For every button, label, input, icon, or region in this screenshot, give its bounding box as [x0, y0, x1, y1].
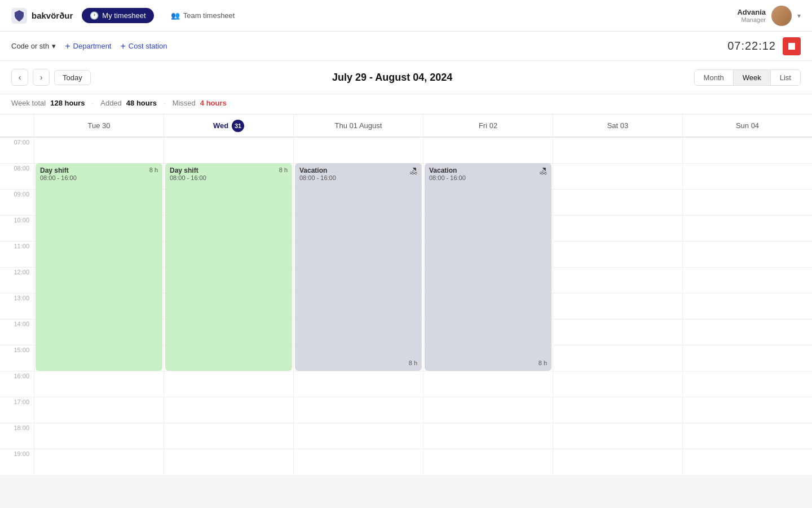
cell-09-sun [683, 189, 812, 215]
event-hours-wed: 8 h [279, 167, 288, 173]
code-dropdown[interactable]: Code or sth ▾ [11, 42, 56, 50]
calendar-nav: ‹ › Today July 29 - August 04, 2024 Mont… [0, 61, 812, 94]
day-cells-wed[interactable]: Day shift 08:00 - 16:00 8 h [164, 137, 293, 475]
cell-18-thu [294, 423, 423, 449]
week-total-value: 128 hours [50, 99, 85, 107]
prev-week-button[interactable]: ‹ [11, 69, 28, 86]
time-12: 12:00 [0, 267, 34, 293]
calendar-grid: 07:00 08:00 09:00 10:00 11:00 12:00 13:0… [0, 115, 812, 475]
day-label-thu: Thu 01 August [335, 121, 382, 130]
toolbar: Code or sth ▾ + Department + Cost statio… [0, 32, 812, 61]
cell-10-sat [553, 215, 682, 241]
event-vacation-thu[interactable]: Vacation 08:00 - 16:00 🏖 8 h [295, 163, 422, 371]
cell-16-sat [553, 371, 682, 397]
team-timesheet-btn[interactable]: 👥 Team timesheet [163, 8, 243, 23]
next-week-button[interactable]: › [33, 69, 50, 86]
cell-14-sun [683, 319, 812, 345]
cell-19-sun [683, 449, 812, 475]
record-button[interactable] [783, 37, 801, 55]
event-day-shift-tue[interactable]: Day shift 08:00 - 16:00 8 h [36, 163, 162, 371]
view-switcher: Month Week List [694, 69, 801, 86]
month-view-btn[interactable]: Month [695, 70, 733, 85]
list-view-btn[interactable]: List [770, 70, 800, 85]
team-icon: 👥 [171, 11, 180, 20]
separator-1: · [92, 99, 94, 107]
day-header-fri: Fri 02 [423, 115, 553, 137]
week-total-label: Week total [11, 99, 46, 107]
stop-icon [788, 43, 795, 50]
day-col-thu: Thu 01 August Va [293, 115, 423, 475]
cell-08-sun [683, 163, 812, 189]
cell-19-tue [34, 449, 164, 475]
event-title-thu: Vacation [299, 167, 417, 174]
event-vacation-fri[interactable]: Vacation 08:00 - 16:00 🏖 8 h [425, 163, 551, 371]
header: bakvörður 🕐 My timesheet 👥 Team timeshee… [0, 0, 812, 32]
cell-07-sun [683, 137, 812, 163]
cell-17-sun [683, 397, 812, 423]
added-value: 48 hours [126, 99, 157, 107]
day-label-fri: Fri 02 [479, 121, 497, 130]
time-14: 14:00 [0, 319, 34, 345]
cell-07-wed [164, 137, 293, 163]
vacation-icon-fri: 🏖 [539, 167, 547, 176]
vacation-icon-thu: 🏖 [409, 167, 417, 176]
day-header-tue: Tue 30 [34, 115, 164, 137]
time-15: 15:00 [0, 345, 34, 371]
added-label: Added [100, 99, 122, 107]
dropdown-chevron-icon: ▾ [52, 42, 56, 50]
cell-16-sun [683, 371, 812, 397]
plus-icon: + [65, 41, 70, 51]
event-title-tue: Day shift [40, 167, 158, 174]
day-header-thu: Thu 01 August [294, 115, 423, 137]
add-cost-station-btn[interactable]: + Cost station [120, 41, 167, 51]
day-col-wed: Wed 31 [164, 115, 293, 475]
cell-07-sat [553, 137, 682, 163]
event-day-shift-wed[interactable]: Day shift 08:00 - 16:00 8 h [165, 163, 292, 371]
cell-16-thu [294, 371, 423, 397]
stats-bar: Week total 128 hours · Added 48 hours · … [0, 94, 812, 115]
day-cells-tue[interactable]: Day shift 08:00 - 16:00 8 h [34, 137, 164, 475]
day-col-sun: Sun 04 [682, 115, 812, 475]
day-cells-fri[interactable]: Vacation 08:00 - 16:00 🏖 8 h [423, 137, 553, 475]
cell-09-sat [553, 189, 682, 215]
cell-08-sat [553, 163, 682, 189]
day-cells-thu[interactable]: Vacation 08:00 - 16:00 🏖 8 h [294, 137, 423, 475]
event-time-fri: 08:00 - 16:00 [429, 174, 547, 181]
cell-07-tue [34, 137, 164, 163]
event-title-wed: Day shift [170, 167, 288, 174]
cell-19-wed [164, 449, 293, 475]
cell-18-tue [34, 423, 164, 449]
my-timesheet-btn[interactable]: 🕐 My timesheet [82, 8, 153, 23]
time-11: 11:00 [0, 241, 34, 267]
cell-07-thu [294, 137, 423, 163]
logo-text: bakvörður [32, 11, 73, 20]
cell-18-sat [553, 423, 682, 449]
week-view-btn[interactable]: Week [733, 70, 770, 85]
user-role: Manager [737, 16, 766, 23]
user-name: Advania [737, 8, 766, 16]
cell-18-fri [423, 423, 553, 449]
cell-13-sun [683, 293, 812, 319]
cell-18-sun [683, 423, 812, 449]
calendar-title: July 29 - August 04, 2024 [332, 72, 452, 84]
day-cells-sun[interactable] [683, 137, 812, 475]
header-right: Advania Manager ▾ [737, 6, 801, 26]
add-department-btn[interactable]: + Department [65, 41, 111, 51]
cell-07-fri [423, 137, 553, 163]
logo: bakvörður [11, 8, 73, 24]
time-16: 16:00 [0, 371, 34, 397]
days-grid: Tue 30 [34, 115, 812, 475]
today-button[interactable]: Today [54, 70, 91, 85]
plus-icon-2: + [120, 41, 125, 51]
day-header-sun: Sun 04 [683, 115, 812, 137]
day-col-fri: Fri 02 Vacation [423, 115, 553, 475]
cell-17-sat [553, 397, 682, 423]
day-cells-sat[interactable] [553, 137, 682, 475]
chevron-down-icon[interactable]: ▾ [797, 12, 801, 20]
day-label-sat: Sat 03 [607, 121, 629, 130]
day-label-wed: Wed [213, 121, 228, 130]
event-title-fri: Vacation [429, 167, 547, 174]
event-time-tue: 08:00 - 16:00 [40, 174, 158, 181]
time-display: 07:22:12 [727, 40, 776, 52]
cell-12-sat [553, 267, 682, 293]
